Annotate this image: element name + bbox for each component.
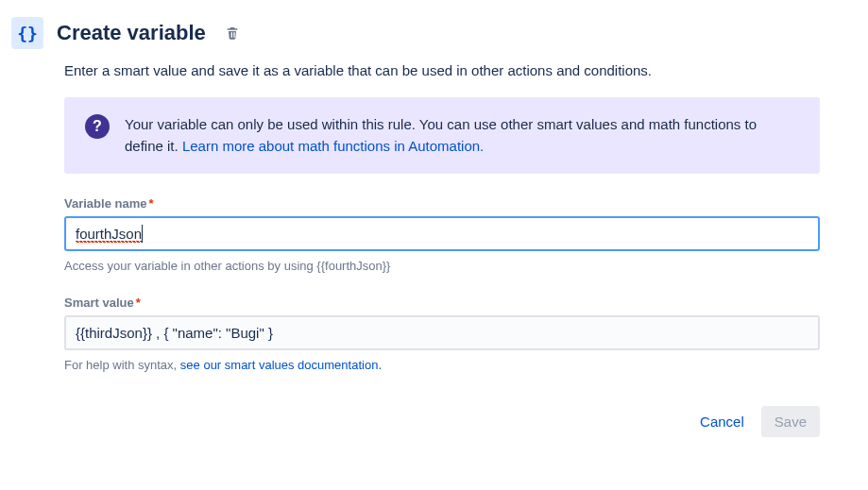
smart-values-doc-link[interactable]: see our smart values documentation. — [180, 358, 382, 372]
smart-value-helper: For help with syntax, see our smart valu… — [64, 358, 820, 372]
variable-name-label: Variable name* — [64, 196, 820, 211]
cancel-button[interactable]: Cancel — [687, 406, 757, 437]
required-asterisk: * — [148, 196, 153, 211]
delete-action-button[interactable] — [221, 22, 244, 44]
required-asterisk: * — [136, 296, 141, 310]
learn-more-link[interactable]: Learn more about math functions in Autom… — [182, 138, 484, 154]
braces-icon: {} — [11, 17, 43, 49]
variable-name-helper: Access your variable in other actions by… — [64, 259, 820, 273]
create-variable-panel: {} Create variable Enter a smart value a… — [0, 0, 868, 448]
smart-value-field: Smart value* For help with syntax, see o… — [64, 296, 820, 372]
smart-value-label: Smart value* — [64, 296, 820, 310]
header: {} Create variable — [11, 17, 857, 49]
save-button[interactable]: Save — [761, 406, 820, 437]
trash-icon — [225, 25, 240, 41]
info-panel: ? Your variable can only be used within … — [64, 97, 820, 174]
variable-name-input-wrap: fourthJson — [64, 216, 820, 251]
spellcheck-underline — [76, 241, 142, 243]
content-area: Enter a smart value and save it as a var… — [64, 62, 820, 437]
info-text: Your variable can only be used within th… — [125, 114, 799, 157]
variable-name-field: Variable name* fourthJson Access your va… — [64, 196, 820, 273]
text-caret — [142, 225, 143, 243]
smart-value-input[interactable] — [64, 315, 820, 350]
description-text: Enter a smart value and save it as a var… — [64, 62, 820, 78]
question-icon: ? — [85, 114, 110, 139]
page-title: Create variable — [57, 21, 206, 45]
footer-actions: Cancel Save — [64, 406, 820, 437]
variable-name-input[interactable] — [64, 216, 820, 251]
